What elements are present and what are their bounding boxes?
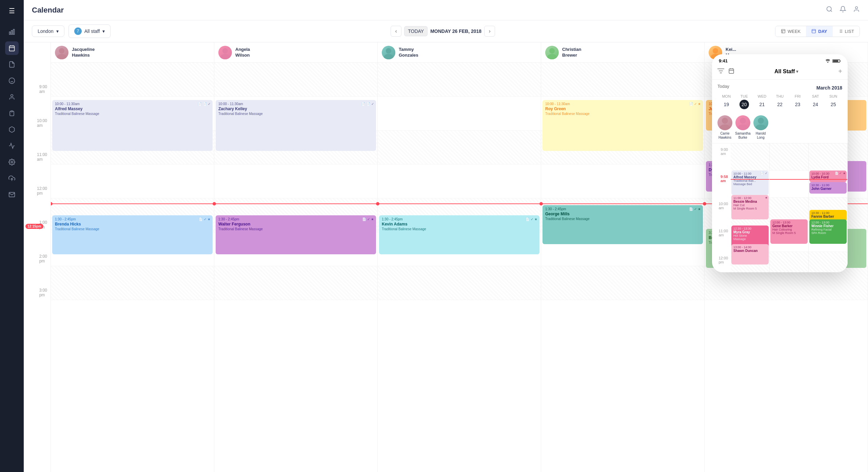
mobile-current-time-label: 9:58am [712, 174, 731, 201]
time-column: 9:00am 10:00am 11:00am 12:00pm 1:00pm 2:… [24, 42, 51, 472]
staff-chevron: ▾ [102, 28, 105, 34]
appt-time: 10:00 - 11:30am [218, 102, 373, 106]
appointment-brenda-hicks[interactable]: 📄 ✓ ★ 1:30 - 2:45pm Brenda Hicks Traditi… [52, 215, 213, 254]
mobile-weekdays: MON 19 TUE 20 WED 21 THU 22 FRI 23 SAT 2… [717, 94, 842, 109]
mobile-app-header: All Staff ▾ + [712, 65, 848, 80]
appointment-roy-green[interactable]: 📄 ✓ ★ 10:00 - 11:30am Roy Green Traditio… [542, 100, 703, 151]
mobile-calendar-body: 9:00am 9:58am 10:00am 11:00am 12:00pm 📄 … [712, 143, 848, 272]
prev-date-button[interactable]: ‹ [391, 26, 401, 37]
today-button[interactable]: TODAY [404, 26, 428, 36]
svg-point-31 [220, 54, 230, 59]
mobile-appt-gene[interactable]: 12:00 - 13:00 Gene Barker Hair Colouring… [770, 219, 808, 244]
day-view-button[interactable]: DAY [806, 26, 832, 37]
sidebar-item-chart[interactable] [5, 25, 19, 39]
staff-header-jacqueline: JacquelineHawkins [51, 42, 214, 63]
mobile-appt-lydia[interactable]: 📄 ✓ ★ 10:00 - 10:30 Lydia Ford [809, 171, 847, 182]
header: Calendar [24, 0, 868, 20]
appt-service-name: Traditional Balinese Massage [55, 112, 210, 116]
appointment-kevin-adams[interactable]: 📄 ✓ ★ 1:30 - 2:45pm Kevin Adams Traditio… [379, 215, 539, 254]
svg-point-32 [386, 48, 391, 54]
staff-name-christian: ChristianBrewer [562, 47, 581, 58]
mobile-title-chevron: ▾ [796, 69, 798, 74]
staff-name-jacqueline: JacquelineHawkins [72, 47, 95, 58]
time-slot-14: 2:00pm [24, 253, 51, 287]
sidebar-item-box[interactable] [5, 123, 19, 136]
svg-point-50 [740, 118, 746, 124]
mobile-appt-alfred[interactable]: 📄 ✓ 10:00 - 11:00 Alfred Massey Traditio… [731, 171, 769, 195]
staff-selector[interactable]: 7 All staff ▾ [68, 24, 111, 38]
appt-client-name: Alfred Massey [55, 106, 210, 111]
mobile-overlay: 9:41 All Staff ▾ + Today March 2018 [712, 54, 848, 272]
mobile-filter-icon[interactable] [717, 68, 724, 75]
mobile-staff-name-harold: HaroldLong [756, 132, 766, 140]
svg-rect-44 [729, 69, 734, 74]
sidebar-item-settings[interactable] [5, 155, 19, 169]
list-view-button[interactable]: LIST [833, 26, 860, 37]
mobile-appt-winnie[interactable]: 12:00 - 13:00 Winnie Fisher Refining Fac… [809, 219, 847, 244]
location-selector[interactable]: London ▾ [32, 25, 64, 37]
date-navigation: ‹ TODAY MONDAY 26 FEB, 2018 › [391, 26, 495, 37]
notification-icon[interactable] [840, 6, 846, 14]
mobile-clock: 9:41 [719, 58, 728, 63]
user-profile-icon[interactable] [853, 6, 860, 14]
mobile-day-sat[interactable]: SAT 24 [811, 94, 820, 109]
appt-service-name: Traditional Balinese Massage [55, 227, 210, 231]
mobile-calendar-icon[interactable] [728, 68, 734, 75]
mobile-appt-shawn[interactable]: 13:00 - 14:00 Shawn Duncan [731, 244, 769, 264]
mobile-appt-john[interactable]: 10:30 - 11:00 John Garner [809, 182, 847, 194]
mobile-add-button[interactable]: + [838, 67, 842, 75]
current-time-line [378, 203, 541, 204]
mobile-day-tue[interactable]: TUE 20 [739, 94, 749, 109]
svg-point-7 [9, 78, 15, 84]
mobile-day-mon[interactable]: MON 19 [722, 94, 731, 109]
sidebar-item-receipt[interactable] [5, 58, 19, 71]
sidebar-item-face[interactable] [5, 74, 19, 87]
mobile-day-thu[interactable]: THU 22 [775, 94, 785, 109]
sidebar-item-user[interactable] [5, 90, 19, 104]
appt-service-name: Traditional Balinese Massage [545, 217, 700, 221]
appt-service-name: Traditional Balinese Massage [382, 227, 537, 231]
time-slot-9: 9:00am [24, 83, 51, 117]
appointment-george-mills[interactable]: 📄 ✓ ★ 1:30 - 2:45pm George Mills Traditi… [542, 205, 703, 244]
sidebar-item-calendar[interactable] [5, 41, 19, 55]
svg-point-10 [11, 95, 13, 97]
staff-column-christian: ChristianBrewer 📄 ✓ ★ 10:00 - 11:30am Ro… [541, 42, 705, 472]
appointment-zachary-kelley[interactable]: 📄 📄 ✓ 10:00 - 11:30am Zachary Kelley Tra… [216, 100, 376, 151]
sidebar-item-analytics[interactable] [5, 139, 19, 153]
svg-point-12 [11, 161, 13, 163]
mobile-current-time-line [770, 179, 808, 180]
svg-point-30 [222, 48, 228, 54]
sidebar-item-upload[interactable] [5, 172, 19, 185]
view-switcher: WEEK DAY LIST [775, 26, 860, 37]
staff-column-angela: AngelaWilson 📄 📄 ✓ 10:00 - 11:30am Zacha… [214, 42, 378, 472]
mobile-today-label: Today [717, 84, 729, 89]
staff-header-tammy: TammyGonzales [378, 42, 541, 63]
sidebar-item-clipboard[interactable] [5, 106, 19, 120]
time-slot-15: 3:00pm [24, 287, 51, 320]
appt-service-name: Traditional Balinese Massage [218, 227, 373, 231]
mobile-day-sun[interactable]: SUN 25 [829, 94, 838, 109]
mobile-staff-harold[interactable]: HaroldLong [753, 115, 768, 140]
appt-time: 1:30 - 2:45pm [545, 207, 700, 211]
next-date-button[interactable]: › [484, 26, 495, 37]
appointment-alfred-massey[interactable]: 📄 📄 ✓ 10:00 - 11:30am Alfred Massey Trad… [52, 100, 213, 151]
appointment-walter-ferguson[interactable]: 📄 ✓ ★ 1:30 - 2:45pm Walter Ferguson Trad… [216, 215, 376, 254]
mobile-day-fri[interactable]: FRI 23 [793, 94, 803, 109]
mobile-header-icons [717, 68, 734, 75]
mobile-staff-samantha[interactable]: SamanthaBurke [735, 115, 751, 140]
search-icon[interactable] [826, 6, 833, 14]
mobile-avatar-harold [753, 115, 768, 130]
mobile-day-wed[interactable]: WED 21 [757, 94, 767, 109]
svg-rect-0 [9, 32, 11, 35]
mobile-appt-bessie[interactable]: ★ 11:00 - 12:00 Bessie Medina Hair CutM … [731, 195, 769, 219]
grid-jacqueline: 📄 📄 ✓ 10:00 - 11:30am Alfred Massey Trad… [51, 63, 214, 300]
mobile-status-icons [825, 59, 841, 63]
mobile-current-time-line [809, 179, 847, 180]
svg-point-35 [547, 54, 557, 59]
svg-point-28 [59, 48, 64, 54]
mobile-col-carrie: 📄 ✓ 10:00 - 11:00 Alfred Massey Traditio… [731, 143, 770, 272]
sidebar-item-mail[interactable] [5, 188, 19, 201]
week-view-button[interactable]: WEEK [775, 26, 806, 37]
mobile-staff-carrie[interactable]: CarrieHawkins [717, 115, 732, 140]
menu-icon[interactable]: ☰ [9, 7, 15, 15]
